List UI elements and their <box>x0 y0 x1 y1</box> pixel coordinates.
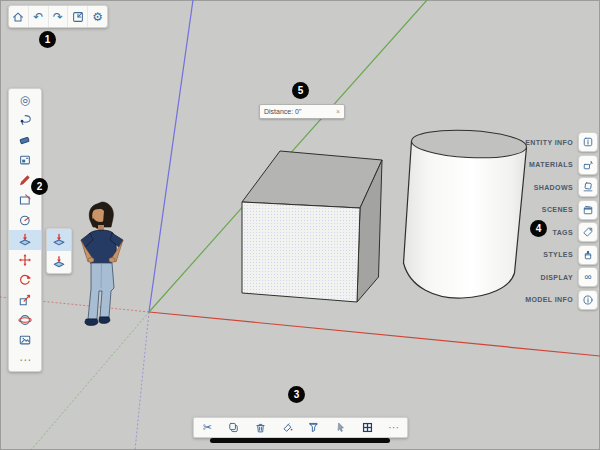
materials-label: MATERIALS <box>529 161 573 168</box>
pushpull-alt-icon <box>52 255 66 269</box>
undo-button[interactable]: ↶ <box>29 6 49 27</box>
scissors-icon: ✂ <box>201 421 214 434</box>
viewport[interactable]: ↶ ↷ ⚙ ◎ ⋯ ENTITY INFO MATERIALS <box>0 0 600 450</box>
pushpull-option-button[interactable] <box>47 229 71 251</box>
left-toolbar: ◎ ⋯ <box>8 88 42 372</box>
scenes-icon <box>582 204 594 216</box>
paint-bucket-icon <box>281 421 294 434</box>
settings-button[interactable]: ⚙ <box>88 6 107 27</box>
delete-button[interactable] <box>249 418 273 437</box>
scale-tool-button[interactable] <box>9 290 41 310</box>
panel-row-model-info: MODEL INFO <box>525 290 598 310</box>
annotation-badge-5: 5 <box>292 82 309 99</box>
more-tools-button[interactable]: ⋯ <box>9 350 41 370</box>
distance-value[interactable]: Distance: 0" <box>264 108 302 115</box>
measurement-box[interactable]: Distance: 0" × <box>259 104 345 119</box>
annotation-badge-3: 3 <box>288 386 305 403</box>
cylinder-geometry[interactable] <box>404 128 528 299</box>
copy-icon <box>227 421 240 434</box>
display-label: DISPLAY <box>541 274 574 281</box>
annotation-badge-1: 1 <box>39 31 56 48</box>
trash-icon <box>254 421 267 434</box>
box-geometry[interactable] <box>242 151 382 302</box>
move-icon <box>18 253 32 267</box>
gear-icon: ⚙ <box>91 10 105 24</box>
cut-button[interactable]: ✂ <box>195 418 219 437</box>
home-indicator[interactable] <box>210 438 390 443</box>
bottom-toolbar: ✂ ⋯ <box>193 417 408 438</box>
orbit-tool-button[interactable] <box>9 310 41 330</box>
tags-button[interactable] <box>578 222 598 242</box>
panel-row-styles: STYLES <box>543 245 598 265</box>
home-icon <box>11 10 25 24</box>
eraser-tool-button[interactable] <box>9 130 41 150</box>
pushpull-icon <box>52 233 66 247</box>
move-tool-button[interactable] <box>9 250 41 270</box>
shadows-button[interactable] <box>578 177 598 197</box>
styles-label: STYLES <box>543 251 573 258</box>
model-info-label: MODEL INFO <box>525 296 573 303</box>
select-tool-button[interactable]: ◎ <box>9 90 41 110</box>
entity-info-label: ENTITY INFO <box>525 139 573 146</box>
filter-button[interactable] <box>302 418 326 437</box>
image-tool-button[interactable] <box>9 330 41 350</box>
panel-row-scenes: SCENES <box>542 200 598 220</box>
materials-icon <box>582 159 594 171</box>
display-button[interactable]: ∞ <box>578 267 598 287</box>
pushpull-icon <box>18 233 32 247</box>
pencil-icon <box>18 173 32 187</box>
cursor-icon <box>334 421 347 434</box>
export-icon <box>71 10 85 24</box>
model-info-button[interactable] <box>578 290 598 310</box>
tags-icon <box>582 226 594 238</box>
ellipsis-icon: ⋯ <box>18 353 32 367</box>
materials-button[interactable] <box>578 155 598 175</box>
more-button[interactable]: ⋯ <box>382 418 406 437</box>
pushpull-tool-button[interactable] <box>9 230 41 250</box>
rotate-icon <box>18 273 32 287</box>
orbit-icon <box>18 313 32 327</box>
styles-button[interactable] <box>578 245 598 265</box>
redo-icon: ↷ <box>51 10 65 24</box>
export-button[interactable] <box>68 6 88 27</box>
image-icon <box>18 333 32 347</box>
panel-row-tags: TAGS <box>552 222 598 242</box>
top-toolbar: ↶ ↷ ⚙ <box>8 5 108 28</box>
checkerboard-icon <box>361 421 374 434</box>
panel-row-shadows: SHADOWS <box>534 177 598 197</box>
rectangle-icon <box>18 193 32 207</box>
pattern-button[interactable] <box>355 418 379 437</box>
panel-row-display: DISPLAY ∞ <box>541 267 599 287</box>
panel-row-entity-info: ENTITY INFO <box>525 132 598 152</box>
entity-info-button[interactable] <box>578 132 598 152</box>
scenes-button[interactable] <box>578 200 598 220</box>
undo-icon: ↶ <box>31 10 45 24</box>
annotation-badge-2: 2 <box>31 178 48 195</box>
styles-icon <box>582 249 594 261</box>
eraser-icon <box>18 133 32 147</box>
paint-tool-button[interactable] <box>9 150 41 170</box>
cursor-button[interactable] <box>328 418 352 437</box>
shadows-icon <box>582 181 594 193</box>
hourglass-icon <box>307 421 320 434</box>
lasso-icon <box>18 113 32 127</box>
entity-info-icon <box>582 136 594 148</box>
home-button[interactable] <box>9 6 29 27</box>
pushpull-variant-option-button[interactable] <box>47 251 71 273</box>
annotation-badge-4: 4 <box>530 220 547 237</box>
paint-button[interactable] <box>275 418 299 437</box>
redo-button[interactable]: ↷ <box>49 6 69 27</box>
select-icon: ◎ <box>18 93 32 107</box>
panel-row-materials: MATERIALS <box>529 155 598 175</box>
scale-icon <box>18 293 32 307</box>
lasso-tool-button[interactable] <box>9 110 41 130</box>
copy-button[interactable] <box>222 418 246 437</box>
paint-icon <box>18 153 32 167</box>
close-icon[interactable]: × <box>336 108 340 115</box>
pushpull-flyout <box>46 228 72 274</box>
rotate-tool-button[interactable] <box>9 270 41 290</box>
circle-tool-button[interactable] <box>9 210 41 230</box>
tags-label: TAGS <box>552 229 573 236</box>
model-info-icon <box>582 294 594 306</box>
circle-icon <box>18 213 32 227</box>
